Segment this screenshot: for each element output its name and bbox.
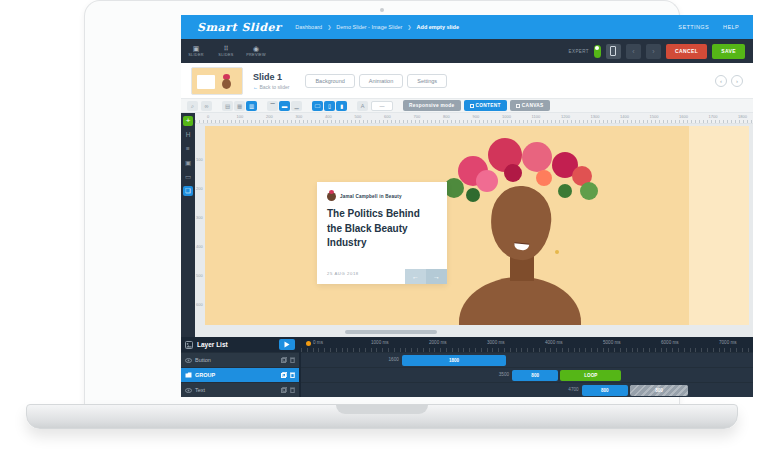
hruler-label: 1000 [502, 114, 511, 119]
canvas-body: 100200300400500600 [195, 124, 753, 337]
leaf-shape [466, 188, 480, 202]
vruler-label: 300 [196, 215, 203, 220]
animation-bar-out[interactable]: 800 [630, 385, 688, 396]
expert-toggle[interactable] [594, 45, 601, 58]
animation-bar-main[interactable]: 800 [582, 385, 628, 396]
slide-header: Slide 1 ← Back to slider Background Anim… [181, 63, 753, 99]
timeline-ruler[interactable]: 0 ms1000 ms2000 ms3000 ms4000 ms5000 ms6… [301, 337, 753, 352]
device-tablet-icon[interactable]: ▯ [324, 101, 335, 111]
canvas-horizontal-scrollbar[interactable] [345, 330, 437, 334]
timeline-track-group[interactable]: 3500800LOOP [301, 367, 753, 382]
hruler-label: 1400 [620, 114, 629, 119]
back-to-slider-link[interactable]: ← Back to slider [253, 84, 289, 90]
visibility-eye-icon[interactable] [185, 358, 192, 363]
valign-top-icon[interactable]: ▔ [267, 101, 278, 111]
link-icon[interactable]: ∞ [201, 101, 212, 111]
hruler-label: 1100 [532, 114, 541, 119]
valign-bottom-icon[interactable]: ▁ [291, 101, 302, 111]
trash-icon[interactable] [290, 372, 295, 378]
align-center-icon[interactable]: ▦ [234, 101, 245, 111]
content-icon [470, 104, 474, 108]
flower-shape [476, 170, 498, 192]
trash-icon[interactable] [290, 357, 295, 363]
breadcrumb-dashboard[interactable]: Dashboard [295, 24, 322, 30]
slide-photo-woman[interactable] [440, 126, 600, 325]
hruler-label: 1700 [709, 114, 718, 119]
slide-text-card[interactable]: Jamal Campbell in Beauty The Politics Be… [317, 182, 447, 284]
zoom-icon[interactable]: ⌕ [187, 101, 198, 111]
animation-bar-loop[interactable]: LOOP [560, 370, 621, 381]
hruler-label: 900 [473, 114, 480, 119]
font-size-icon[interactable]: A [357, 101, 368, 111]
timeline-ruler-label: 1000 ms [371, 340, 389, 345]
timeline-track-text[interactable]: 4700800800 [301, 382, 753, 397]
tab-animation[interactable]: Animation [359, 74, 403, 88]
valign-middle-icon[interactable]: ▬ [279, 101, 290, 111]
text-layer-icon[interactable]: ≡ [183, 144, 193, 154]
layer-list-panel-icon [185, 341, 193, 349]
duplicate-icon[interactable] [281, 372, 287, 378]
undo-button[interactable]: ‹ [626, 44, 641, 59]
timeline-ruler-label: 3000 ms [487, 340, 505, 345]
card-title[interactable]: The Politics Behind the Black Beauty Ind… [327, 207, 437, 251]
slide-canvas[interactable]: Jamal Campbell in Beauty The Politics Be… [205, 126, 749, 325]
tab-settings[interactable]: Settings [407, 74, 447, 88]
save-button[interactable]: SAVE [712, 44, 745, 59]
zoom-level-control[interactable]: — [371, 101, 393, 111]
heading-layer-icon[interactable]: H [183, 130, 193, 140]
card-next-arrow-button[interactable]: → [426, 269, 447, 284]
layer-list-header: Layer List [181, 337, 299, 352]
content-mode-button[interactable]: CONTENT [464, 100, 507, 111]
card-prev-arrow-button[interactable]: ← [405, 269, 426, 284]
button-layer-icon[interactable]: ▭ [183, 172, 193, 182]
leaf-shape [444, 178, 464, 198]
prev-slide-button[interactable]: ‹ [715, 75, 727, 87]
animation-delay-label: 3500 [479, 372, 509, 377]
trash-icon[interactable] [290, 387, 295, 393]
canvas-mode-button[interactable]: CANVAS [510, 100, 550, 111]
cancel-button[interactable]: CANCEL [666, 44, 707, 59]
duplicate-icon[interactable] [281, 387, 287, 393]
settings-link[interactable]: SETTINGS [678, 24, 709, 30]
image-layer-icon[interactable]: ▣ [183, 158, 193, 168]
breadcrumb-separator-icon: ❯ [407, 24, 411, 30]
phone-icon [610, 46, 616, 56]
help-link[interactable]: HELP [723, 24, 739, 30]
device-mode-button[interactable] [606, 44, 621, 59]
layer-list-icon[interactable]: ❏ [183, 186, 193, 196]
responsive-mode-button[interactable]: Responsive mode [403, 100, 461, 111]
breadcrumb-slider[interactable]: Demo Slider - Image Slider [336, 24, 402, 30]
app-logo[interactable]: Smart Slider [181, 21, 295, 34]
device-mobile-icon[interactable]: ▮ [336, 101, 347, 111]
visibility-eye-icon[interactable] [185, 388, 192, 393]
slider-button[interactable]: ▣ SLIDER [181, 39, 211, 63]
align-left-icon[interactable]: ▤ [222, 101, 233, 111]
next-slide-button[interactable]: › [731, 75, 743, 87]
align-right-icon[interactable]: ▥ [246, 101, 257, 111]
layer-row-group[interactable]: GROUP [181, 367, 299, 382]
timeline-ruler-label: 4000 ms [545, 340, 563, 345]
slide-background-band [689, 126, 749, 325]
slides-button[interactable]: ⠿ SLIDES [211, 39, 241, 63]
timeline-playhead[interactable] [306, 341, 311, 346]
hruler-label: 300 [296, 114, 303, 119]
timeline-track-button[interactable]: 16001800 [301, 352, 753, 367]
webcam-dot [380, 8, 384, 12]
tab-background[interactable]: Background [305, 74, 354, 88]
redo-button[interactable]: › [646, 44, 661, 59]
slide-title: Slide 1 [253, 72, 289, 82]
layer-row-text[interactable]: Text [181, 382, 299, 397]
slide-thumbnail[interactable] [191, 67, 243, 95]
preview-button[interactable]: ◉ PREVIEW [241, 39, 271, 63]
duplicate-icon[interactable] [281, 357, 287, 363]
hruler-label: 1500 [650, 114, 659, 119]
hruler-label: 600 [384, 114, 391, 119]
animation-bar-main[interactable]: 800 [512, 370, 558, 381]
vruler-label: 100 [196, 157, 203, 162]
timeline-play-button[interactable] [279, 339, 295, 350]
animation-bar-main[interactable]: 1800 [402, 355, 506, 366]
add-layer-button[interactable]: + [183, 116, 193, 126]
laptop-base [26, 404, 738, 429]
layer-row-button[interactable]: Button [181, 352, 299, 367]
device-desktop-icon[interactable]: 🖵 [312, 101, 323, 111]
